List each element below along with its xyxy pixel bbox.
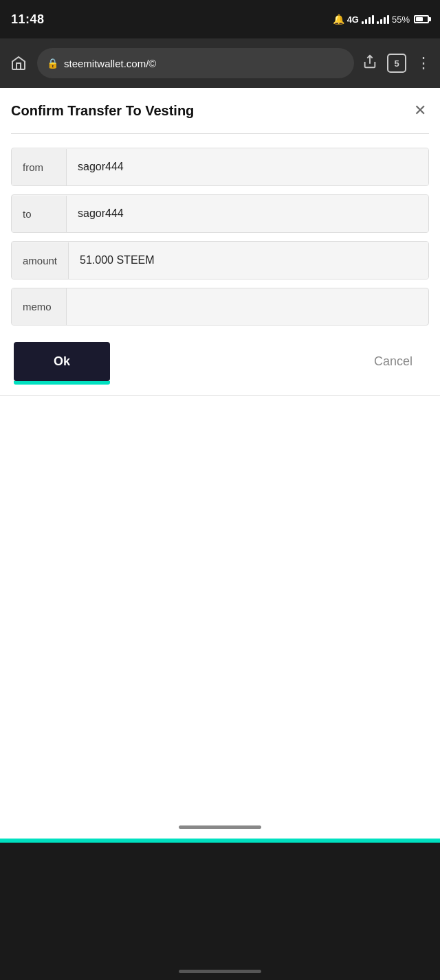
url-text: steemitwallet.com/© [64, 58, 156, 69]
dialog: Confirm Transfer To Vesting ✕ from sagor… [0, 88, 440, 396]
battery-icon [414, 15, 429, 23]
tab-count[interactable]: 5 [387, 54, 406, 73]
signal-bar-2 [377, 14, 389, 24]
divider [11, 133, 429, 134]
from-label: from [12, 149, 67, 185]
amount-field: amount 51.000 STEEM [11, 241, 429, 280]
status-right: 🔔 4G 55% [333, 14, 429, 25]
home-icon[interactable] [8, 53, 29, 73]
battery-percent: 55% [392, 14, 410, 25]
cancel-button[interactable]: Cancel [360, 342, 426, 381]
to-value: sagor444 [67, 195, 428, 232]
dialog-header: Confirm Transfer To Vesting ✕ [11, 102, 429, 119]
status-icons: 🔔 4G 55% [333, 14, 429, 25]
status-bar: 11:48 🔔 4G 55% [0, 0, 440, 38]
amount-label: amount [12, 242, 69, 279]
ok-button[interactable]: Ok [14, 342, 110, 381]
network-label: 4G [347, 14, 359, 25]
amount-value: 51.000 STEEM [69, 242, 428, 279]
scroll-indicator [179, 970, 261, 973]
from-value: sagor444 [67, 148, 428, 185]
menu-icon[interactable]: ⋮ [416, 54, 432, 72]
browser-actions: 5 ⋮ [362, 54, 432, 73]
memo-label: memo [12, 288, 67, 325]
status-time: 11:48 [11, 12, 45, 27]
lock-icon: 🔒 [47, 58, 58, 69]
close-button[interactable]: ✕ [411, 102, 429, 119]
to-label: to [12, 196, 67, 232]
url-bar[interactable]: 🔒 steemitwallet.com/© [37, 48, 354, 78]
dialog-title: Confirm Transfer To Vesting [11, 103, 194, 119]
button-row: Ok Cancel [11, 342, 429, 381]
share-icon[interactable] [362, 54, 377, 73]
memo-value[interactable] [67, 295, 428, 319]
bottom-nav-area [0, 843, 440, 980]
memo-field[interactable]: memo [11, 288, 429, 326]
to-field: to sagor444 [11, 194, 429, 233]
from-field: from sagor444 [11, 148, 429, 186]
signal-bar [362, 14, 374, 24]
browser-bar: 🔒 steemitwallet.com/© 5 ⋮ [0, 38, 440, 88]
nav-indicator [179, 825, 261, 829]
notification-icon: 🔔 [333, 14, 344, 25]
